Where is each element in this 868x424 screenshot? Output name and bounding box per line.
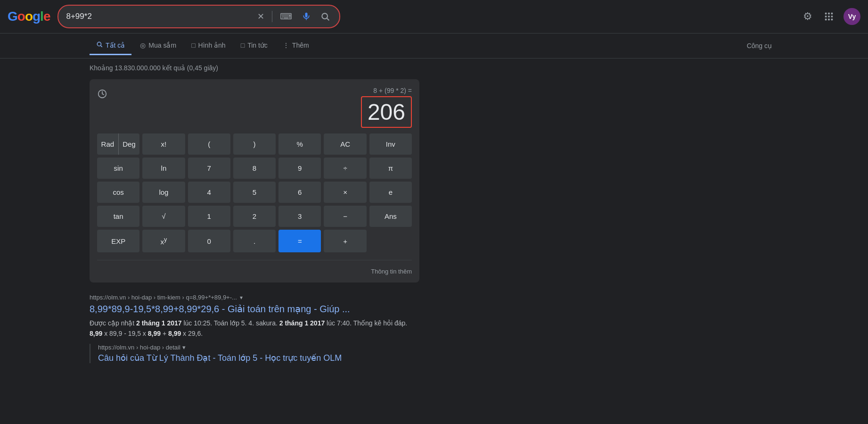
avatar[interactable]: Vy — [843, 8, 860, 25]
5-button[interactable]: 5 — [233, 182, 276, 203]
tan-button[interactable]: tan — [97, 206, 139, 227]
3-button[interactable]: 3 — [278, 206, 321, 227]
svg-line-14 — [101, 46, 102, 47]
svg-rect-10 — [825, 19, 827, 21]
tab-more-label: Thêm — [292, 42, 309, 49]
inv-button[interactable]: Inv — [369, 133, 412, 155]
clear-button[interactable]: AC — [324, 133, 366, 155]
tab-more[interactable]: ⋮ Thêm — [276, 37, 316, 55]
cos-button[interactable]: cos — [97, 182, 139, 203]
tab-shopping-label: Mua sắm — [148, 42, 176, 49]
ln-button[interactable]: ln — [142, 158, 185, 179]
results-count: Khoảng 13.830.000.000 kết quả (0,45 giây… — [90, 64, 778, 72]
tab-images-label: Hình ảnh — [198, 42, 226, 49]
0-button[interactable]: 0 — [188, 230, 230, 252]
sub-result-arrow-1[interactable]: ▾ — [182, 344, 186, 351]
equals-button[interactable]: = — [278, 230, 321, 252]
search-bar: 8+99*2 ✕ ⌨ — [57, 5, 340, 28]
mic-icon[interactable] — [300, 10, 313, 23]
deg-button[interactable]: Deg — [119, 133, 140, 155]
7-button[interactable]: 7 — [188, 158, 230, 179]
euler-button[interactable]: e — [369, 182, 412, 203]
result-title-1[interactable]: 8,99*89,9-19,5*8,99+8,99*29,6 - Giải toá… — [90, 303, 419, 315]
svg-rect-9 — [831, 16, 833, 17]
search-icon[interactable] — [319, 10, 332, 23]
decimal-button[interactable]: . — [233, 230, 276, 252]
sqrt-button[interactable]: √ — [142, 206, 185, 227]
svg-rect-8 — [828, 16, 830, 17]
calc-history-icon[interactable] — [97, 89, 107, 101]
header-right: ⚙ Vy — [801, 8, 860, 25]
4-button[interactable]: 4 — [188, 182, 230, 203]
svg-point-2 — [322, 13, 328, 19]
result-url-line-1: https://olm.vn › hoi-dap › tim-kiem › q=… — [90, 294, 419, 301]
rad-deg-group: Rad Deg — [97, 133, 139, 155]
header: Google 8+99*2 ✕ ⌨ ⚙ — [0, 0, 868, 33]
google-logo: Google — [8, 9, 50, 24]
main-content: Khoảng 13.830.000.000 kết quả (0,45 giây… — [0, 58, 868, 378]
calc-result: 206 — [361, 96, 412, 128]
tab-news[interactable]: □ Tin tức — [234, 37, 274, 55]
add-button[interactable]: + — [324, 230, 366, 252]
divide-button[interactable]: ÷ — [324, 158, 366, 179]
images-icon: □ — [191, 42, 195, 49]
tab-images[interactable]: □ Hình ảnh — [185, 37, 232, 55]
6-button[interactable]: 6 — [278, 182, 321, 203]
more-info[interactable]: Thông tin thêm — [97, 268, 412, 275]
tab-all[interactable]: Tất cả — [90, 36, 131, 55]
svg-point-13 — [97, 42, 101, 46]
calc-divider — [97, 260, 412, 260]
result-url-arrow-1[interactable]: ▾ — [240, 294, 243, 301]
log-button[interactable]: log — [142, 182, 185, 203]
search-result-1: https://olm.vn › hoi-dap › tim-kiem › q=… — [90, 294, 419, 363]
calculator: 8 + (99 * 2) = 206 Rad Deg x! ( ) % AC I… — [90, 79, 419, 283]
svg-line-3 — [327, 18, 329, 21]
news-icon: □ — [241, 42, 245, 49]
apps-icon[interactable] — [822, 9, 836, 24]
search-tab-icon — [96, 41, 103, 49]
svg-rect-4 — [825, 13, 827, 15]
svg-rect-12 — [831, 19, 833, 21]
sub-result-title-1[interactable]: Câu hỏi của Từ Lý Thành Đạt - Toán lớp 5… — [98, 353, 419, 363]
exp-button[interactable]: EXP — [97, 230, 139, 252]
pi-button[interactable]: π — [369, 158, 412, 179]
calc-buttons: Rad Deg x! ( ) % AC Inv sin ln 7 8 9 ÷ π… — [97, 133, 412, 252]
svg-rect-0 — [305, 13, 308, 17]
tools-button[interactable]: Công cụ — [740, 38, 778, 53]
open-paren-button[interactable]: ( — [188, 133, 230, 155]
percent-button[interactable]: % — [278, 133, 321, 155]
tab-all-label: Tất cả — [106, 42, 125, 49]
svg-rect-11 — [828, 19, 830, 21]
sin-button[interactable]: sin — [97, 158, 139, 179]
keyboard-icon[interactable]: ⌨ — [278, 9, 294, 24]
calc-display: 8 + (99 * 2) = 206 — [97, 87, 412, 128]
calc-expression: 8 + (99 * 2) = — [107, 87, 412, 94]
8-button[interactable]: 8 — [233, 158, 276, 179]
multiply-button[interactable]: × — [324, 182, 366, 203]
9-button[interactable]: 9 — [278, 158, 321, 179]
tab-shopping[interactable]: ◎ Mua sắm — [133, 37, 183, 55]
result-url-1: https://olm.vn › hoi-dap › tim-kiem › q=… — [90, 294, 237, 301]
ans-button[interactable]: Ans — [369, 206, 412, 227]
nav-tabs: Tất cả ◎ Mua sắm □ Hình ảnh □ Tin tức ⋮ … — [0, 33, 868, 58]
calc-result-area: 8 + (99 * 2) = 206 — [107, 87, 412, 128]
settings-icon[interactable]: ⚙ — [801, 8, 814, 25]
shopping-icon: ◎ — [140, 42, 146, 49]
2-button[interactable]: 2 — [233, 206, 276, 227]
svg-rect-5 — [828, 13, 830, 15]
search-input[interactable]: 8+99*2 — [66, 12, 251, 21]
sub-result-url-1: https://olm.vn › hoi-dap › detail ▾ — [98, 344, 419, 351]
power-button[interactable]: xy — [142, 230, 185, 252]
1-button[interactable]: 1 — [188, 206, 230, 227]
result-snippet-1: Được cập nhật 2 tháng 1 2017 lúc 10:25. … — [90, 318, 419, 339]
rad-button[interactable]: Rad — [97, 133, 119, 155]
svg-rect-6 — [831, 13, 833, 15]
subtract-button[interactable]: − — [324, 206, 366, 227]
sub-result-1: https://olm.vn › hoi-dap › detail ▾ Câu … — [90, 344, 419, 363]
more-icon: ⋮ — [283, 42, 289, 49]
close-paren-button[interactable]: ) — [233, 133, 276, 155]
tab-news-label: Tin tức — [247, 42, 268, 49]
factorial-button[interactable]: x! — [142, 133, 185, 155]
clear-icon[interactable]: ✕ — [255, 9, 266, 24]
svg-rect-7 — [825, 16, 827, 17]
